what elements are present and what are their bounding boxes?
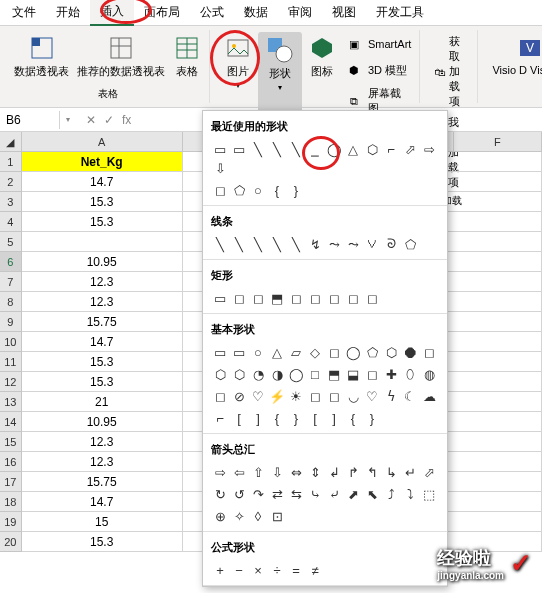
enter-icon[interactable]: ✓ [104, 113, 114, 127]
arrow-shape-3[interactable]: ⇄ [268, 485, 286, 503]
line-shape-0[interactable]: ╲ [211, 235, 229, 253]
row-header[interactable]: 14 [0, 412, 22, 432]
arrow-shape-5[interactable]: ⤷ [306, 485, 324, 503]
cell[interactable] [454, 192, 542, 212]
recent-shape-0[interactable]: ▭ [211, 140, 229, 158]
basic-shape-8[interactable]: ⬠ [363, 343, 381, 361]
cell[interactable] [454, 392, 542, 412]
basic-shape-9[interactable]: ✚ [382, 365, 400, 383]
basic-shape-10[interactable]: ⬯ [401, 365, 419, 383]
cell[interactable] [454, 332, 542, 352]
basic-shape-6[interactable]: ◻ [325, 387, 343, 405]
line-shape-10[interactable]: ⬠ [401, 235, 419, 253]
cell[interactable]: 12.3 [22, 292, 183, 312]
line-shape-6[interactable]: ⤳ [325, 235, 343, 253]
basic-shape-3[interactable]: ⚡ [268, 387, 286, 405]
cell[interactable] [454, 372, 542, 392]
cell[interactable] [454, 412, 542, 432]
formula-shape-4[interactable]: = [287, 561, 305, 579]
visio-button[interactable]: V Visio D Visualiz [490, 32, 542, 78]
recent-shape-5[interactable]: ⎯ [306, 140, 324, 158]
row-header[interactable]: 16 [0, 452, 22, 472]
line-shape-8[interactable]: ᥎ [363, 235, 381, 253]
cell[interactable]: 15 [22, 512, 183, 532]
row-header[interactable]: 10 [0, 332, 22, 352]
row-header[interactable]: 17 [0, 472, 22, 492]
basic-shape-2[interactable]: ○ [249, 343, 267, 361]
row-header[interactable]: 11 [0, 352, 22, 372]
arrow-shape-4[interactable]: ⇆ [287, 485, 305, 503]
cell[interactable] [454, 472, 542, 492]
arrow-shape-3[interactable]: ⊡ [268, 507, 286, 525]
basic-shape-4[interactable]: ▱ [287, 343, 305, 361]
recent-shape-3[interactable]: ╲ [268, 140, 286, 158]
cell[interactable]: 15.3 [22, 212, 183, 232]
tab-insert[interactable]: 插入 [90, 0, 134, 26]
picture-button[interactable]: 图片 ▾ [222, 32, 254, 118]
arrow-shape-7[interactable]: ↱ [344, 463, 362, 481]
cell[interactable]: 15.3 [22, 192, 183, 212]
line-shape-1[interactable]: ╲ [230, 235, 248, 253]
line-shape-2[interactable]: ╲ [249, 235, 267, 253]
arrow-shape-11[interactable]: ⬚ [420, 485, 438, 503]
basic-shape-4[interactable]: ☀ [287, 387, 305, 405]
rect-shape-4[interactable]: ◻ [287, 289, 305, 307]
tab-layout[interactable]: 面布局 [134, 0, 190, 25]
tab-developer[interactable]: 开发工具 [366, 0, 434, 25]
arrow-shape-11[interactable]: ⬀ [420, 463, 438, 481]
formula-shape-5[interactable]: ≠ [306, 561, 324, 579]
arrow-shape-5[interactable]: ⇕ [306, 463, 324, 481]
name-box[interactable]: B6 [0, 111, 60, 129]
tab-view[interactable]: 视图 [322, 0, 366, 25]
cell[interactable]: 14.7 [22, 172, 183, 192]
row-header[interactable]: 15 [0, 432, 22, 452]
rect-shape-0[interactable]: ▭ [211, 289, 229, 307]
arrow-shape-9[interactable]: ⤴ [382, 485, 400, 503]
tab-data[interactable]: 数据 [234, 0, 278, 25]
cell[interactable] [454, 152, 542, 172]
cell[interactable] [454, 312, 542, 332]
basic-shape-5[interactable]: □ [306, 365, 324, 383]
basic-shape-11[interactable]: ◻ [420, 343, 438, 361]
line-shape-3[interactable]: ╲ [268, 235, 286, 253]
fx-icon[interactable]: fx [122, 113, 131, 127]
row-header[interactable]: 2 [0, 172, 22, 192]
arrow-shape-1[interactable]: ✧ [230, 507, 248, 525]
row-header[interactable]: 3 [0, 192, 22, 212]
cell[interactable]: 12.3 [22, 452, 183, 472]
formula-shape-0[interactable]: + [211, 561, 229, 579]
rect-shape-5[interactable]: ◻ [306, 289, 324, 307]
basic-shape-1[interactable]: ⊘ [230, 387, 248, 405]
arrow-shape-2[interactable]: ⇧ [249, 463, 267, 481]
formula-shape-2[interactable]: × [249, 561, 267, 579]
recent-shape-1[interactable]: ⬠ [230, 181, 248, 199]
arrow-shape-1[interactable]: ⇦ [230, 463, 248, 481]
basic-shape-9[interactable]: ⬡ [382, 343, 400, 361]
basic-shape-9[interactable]: ϟ [382, 387, 400, 405]
cell[interactable]: Net_Kg [22, 152, 183, 172]
cell[interactable]: 14.7 [22, 492, 183, 512]
basic-shape-3[interactable]: { [268, 409, 286, 427]
cell[interactable]: 12.3 [22, 432, 183, 452]
basic-shape-7[interactable]: { [344, 409, 362, 427]
recent-shape-8[interactable]: ⬡ [363, 140, 381, 158]
recent-shape-11[interactable]: ⇨ [420, 140, 438, 158]
arrow-shape-2[interactable]: ↷ [249, 485, 267, 503]
basic-shape-0[interactable]: ⬡ [211, 365, 229, 383]
basic-shape-2[interactable]: ◔ [249, 365, 267, 383]
cell[interactable] [454, 352, 542, 372]
name-box-dropdown-icon[interactable]: ▾ [60, 115, 76, 124]
arrow-shape-2[interactable]: ◊ [249, 507, 267, 525]
row-header[interactable]: 4 [0, 212, 22, 232]
basic-shape-5[interactable]: ◇ [306, 343, 324, 361]
cell[interactable]: 15.3 [22, 532, 183, 552]
row-header[interactable]: 13 [0, 392, 22, 412]
basic-shape-3[interactable]: ◑ [268, 365, 286, 383]
cell[interactable] [454, 172, 542, 192]
basic-shape-3[interactable]: △ [268, 343, 286, 361]
row-header[interactable]: 5 [0, 232, 22, 252]
basic-shape-10[interactable]: ☾ [401, 387, 419, 405]
recommended-pivot-button[interactable]: 推荐的数据透视表 [75, 32, 167, 81]
rect-shape-3[interactable]: ⬒ [268, 289, 286, 307]
get-addins-button[interactable]: 🛍 获取加载项 [432, 32, 471, 111]
